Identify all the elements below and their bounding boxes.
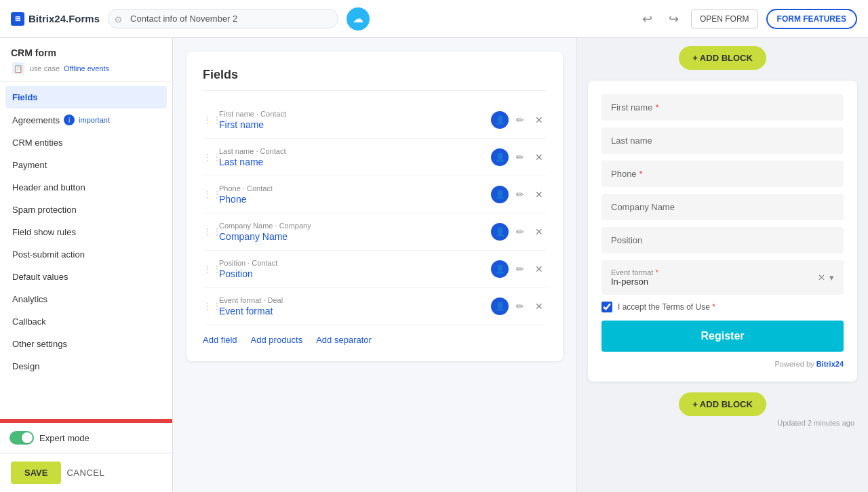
bitrix24-link[interactable]: Bitrix24 xyxy=(816,360,844,368)
field-name: Company Name xyxy=(219,231,486,242)
undo-button[interactable]: ↩ xyxy=(638,9,656,29)
required-marker: * xyxy=(639,169,643,179)
app-logo: ⊞ Bitrix24.Forms xyxy=(11,12,100,26)
sidebar-item-label: Agreements xyxy=(12,115,60,125)
drag-handle-icon[interactable]: ⋮⋮ xyxy=(203,152,214,163)
sidebar-item-other-settings[interactable]: Other settings xyxy=(0,333,172,355)
field-user-icon[interactable]: 👤 xyxy=(491,148,509,166)
save-bar: SAVE CANCEL xyxy=(0,453,172,492)
field-user-icon[interactable]: 👤 xyxy=(491,223,509,241)
form-features-button[interactable]: FORM FEATURES xyxy=(766,9,857,29)
drag-handle-icon[interactable]: ⋮⋮ xyxy=(203,189,214,200)
add-products-link[interactable]: Add products xyxy=(251,335,303,345)
use-case-link[interactable]: Offline events xyxy=(64,64,109,73)
field-edit-button[interactable]: ✏ xyxy=(513,187,528,202)
field-name: Position xyxy=(219,268,486,279)
field-user-icon[interactable]: 👤 xyxy=(491,260,509,278)
fields-card: Fields ⋮⋮ First name · Contact First nam… xyxy=(186,52,563,361)
terms-checkbox[interactable] xyxy=(601,302,612,312)
sidebar-item-label: CRM entities xyxy=(12,138,62,148)
sidebar-item-label: Spam protection xyxy=(12,205,77,215)
sidebar-item-field-show[interactable]: Field show rules xyxy=(0,221,172,243)
use-case-icon: 📋 xyxy=(11,61,26,76)
sidebar-item-label: Design xyxy=(12,361,39,371)
sidebar-item-agreements[interactable]: Agreements i important xyxy=(0,108,172,131)
field-edit-button[interactable]: ✏ xyxy=(513,224,528,239)
table-row: ⋮⋮ Position · Contact Position 👤 ✏ ✕ xyxy=(203,251,547,288)
field-name: Event format xyxy=(219,306,486,316)
field-user-icon[interactable]: 👤 xyxy=(491,298,509,315)
sidebar-item-analytics[interactable]: Analytics xyxy=(0,288,172,310)
cancel-button[interactable]: CANCEL xyxy=(66,468,104,478)
field-name: First name xyxy=(219,119,486,130)
add-block-top-button[interactable]: + ADD BLOCK xyxy=(679,46,766,70)
register-button[interactable]: Register xyxy=(601,321,844,352)
sidebar-item-crm-entities[interactable]: CRM entities xyxy=(0,131,172,154)
field-delete-button[interactable]: ✕ xyxy=(532,224,547,239)
terms-row: I accept the Terms of Use * xyxy=(601,302,844,312)
sidebar-item-default-values[interactable]: Default values xyxy=(0,266,172,288)
sidebar-item-spam[interactable]: Spam protection xyxy=(0,199,172,221)
preview-event-format-field[interactable]: Event format * In-person ✕ ▾ xyxy=(601,260,844,295)
form-name-input[interactable] xyxy=(108,9,338,28)
field-delete-button[interactable]: ✕ xyxy=(532,299,547,314)
drag-handle-icon[interactable]: ⋮⋮ xyxy=(203,115,214,125)
field-info: Last name · Contact Last name xyxy=(219,147,486,167)
drag-handle-icon[interactable]: ⋮⋮ xyxy=(203,226,214,237)
field-delete-button[interactable]: ✕ xyxy=(532,262,547,276)
save-button[interactable]: SAVE xyxy=(11,462,61,484)
cloud-sync-icon[interactable]: ☁ xyxy=(347,7,370,30)
field-info: Company Name · Company Company Name xyxy=(219,222,486,242)
field-info: Position · Contact Position xyxy=(219,259,486,279)
terms-required: * xyxy=(712,302,715,312)
field-edit-button[interactable]: ✏ xyxy=(513,262,528,276)
form-name-input-wrap: ⊙ xyxy=(108,9,338,28)
drag-handle-icon[interactable]: ⋮⋮ xyxy=(203,264,214,274)
preview-phone-field: Phone * xyxy=(601,161,844,187)
add-block-bottom-button[interactable]: + ADD BLOCK xyxy=(679,392,766,416)
add-separator-link[interactable]: Add separator xyxy=(316,335,372,345)
sidebar-item-fields[interactable]: Fields xyxy=(5,86,167,108)
field-user-icon[interactable]: 👤 xyxy=(491,111,509,129)
required-marker: * xyxy=(655,102,658,112)
field-actions: 👤 ✏ ✕ xyxy=(491,111,547,129)
dropdown-icons: ✕ ▾ xyxy=(818,272,834,283)
field-actions: 👤 ✏ ✕ xyxy=(491,260,547,278)
updated-text: Updated 2 minutes ago xyxy=(588,419,857,427)
sidebar-item-label: Callback xyxy=(12,316,46,327)
redo-button[interactable]: ↪ xyxy=(665,9,683,29)
dropdown-required: * xyxy=(655,268,658,276)
field-edit-button[interactable]: ✏ xyxy=(513,112,528,127)
sidebar-item-header-button[interactable]: Header and button xyxy=(0,176,172,199)
sidebar-item-design[interactable]: Design xyxy=(0,355,172,377)
field-info: Phone · Contact Phone xyxy=(219,184,486,205)
field-actions: 👤 ✏ ✕ xyxy=(491,186,547,203)
left-nav: Fields Agreements i important CRM entiti… xyxy=(0,82,172,421)
table-row: ⋮⋮ Company Name · Company Company Name 👤… xyxy=(203,213,547,251)
field-delete-button[interactable]: ✕ xyxy=(532,112,547,127)
field-name: Phone xyxy=(219,194,486,205)
sidebar-item-payment[interactable]: Payment xyxy=(0,154,172,176)
expert-mode-toggle[interactable] xyxy=(9,431,34,445)
use-case-row: 📋 use case Offline events xyxy=(11,61,161,76)
field-entity: Position · Contact xyxy=(219,259,486,267)
sidebar-item-label: Field show rules xyxy=(12,227,76,237)
table-row: ⋮⋮ Event format · Deal Event format 👤 ✏ … xyxy=(203,288,547,325)
sidebar-item-post-submit[interactable]: Post-submit action xyxy=(0,243,172,266)
drag-handle-icon[interactable]: ⋮⋮ xyxy=(203,301,214,312)
open-form-button[interactable]: OPEN FORM xyxy=(691,9,758,28)
sidebar-item-callback[interactable]: Callback xyxy=(0,310,172,333)
clear-icon[interactable]: ✕ xyxy=(818,272,825,283)
field-edit-button[interactable]: ✏ xyxy=(513,150,528,165)
field-delete-button[interactable]: ✕ xyxy=(532,187,547,202)
field-user-icon[interactable]: 👤 xyxy=(491,186,509,203)
field-edit-button[interactable]: ✏ xyxy=(513,299,528,314)
terms-text: I accept the Terms of Use * xyxy=(618,302,715,312)
field-delete-button[interactable]: ✕ xyxy=(532,150,547,165)
add-field-link[interactable]: Add field xyxy=(203,335,237,345)
preview-company-field: Company Name xyxy=(601,194,844,220)
chevron-down-icon[interactable]: ▾ xyxy=(829,272,834,283)
toggle-knob xyxy=(22,432,33,443)
form-input-icon: ⊙ xyxy=(115,14,122,24)
preview-first-name-field: First name * xyxy=(601,94,844,121)
